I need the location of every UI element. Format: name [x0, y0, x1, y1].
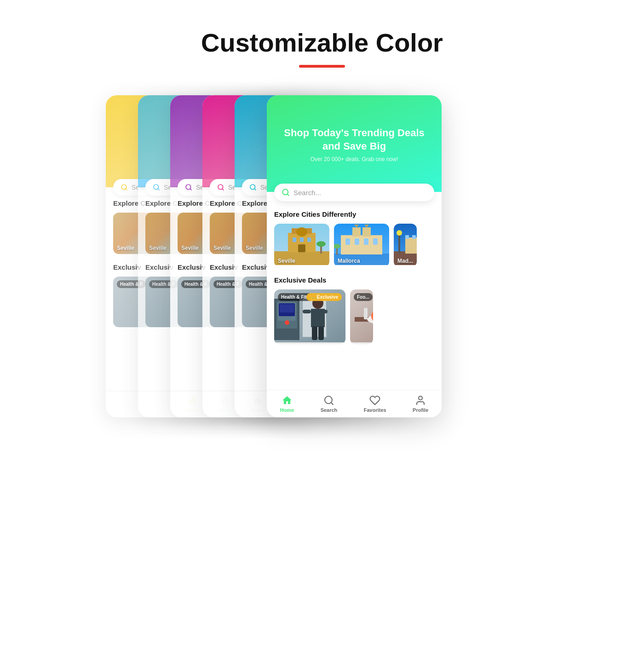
- main-card-header-title: Shop Today's Trending Deals and Save Big: [276, 127, 432, 153]
- page-title: Customizable Color: [201, 28, 443, 58]
- svg-rect-18: [293, 237, 296, 242]
- main-card-header-sub: Over 20 000+ deals. Grab one now!: [310, 156, 398, 162]
- search-icon-blue: [153, 184, 160, 191]
- svg-rect-32: [355, 238, 359, 245]
- nav-home-main[interactable]: Home: [280, 395, 294, 413]
- exclusive-label: Exclusive: [317, 295, 338, 300]
- main-card-body: Explore Cities Differently: [267, 210, 442, 344]
- main-deals-row: Health & Fitness 👑 Exclusive: [274, 289, 434, 344]
- svg-point-61: [285, 320, 289, 325]
- svg-line-5: [190, 189, 191, 190]
- svg-rect-44: [412, 235, 416, 239]
- svg-rect-34: [373, 238, 378, 245]
- svg-rect-33: [364, 238, 368, 245]
- person-icon: [415, 395, 426, 406]
- search-icon-cyan: [249, 184, 257, 191]
- svg-rect-31: [345, 238, 350, 245]
- city-label-seville-purple: Seville: [181, 245, 199, 251]
- svg-rect-60: [280, 304, 294, 312]
- deal-tag-food: Foo...: [354, 293, 373, 301]
- svg-rect-28: [362, 227, 371, 237]
- nav-profile-main[interactable]: Profile: [413, 395, 428, 413]
- city-item-madrid[interactable]: Mad...: [394, 224, 417, 267]
- heart-icon: [369, 395, 380, 406]
- card-green-main: Shop Today's Trending Deals and Save Big…: [267, 95, 442, 417]
- svg-line-69: [331, 403, 333, 405]
- svg-point-17: [296, 227, 307, 237]
- svg-rect-39: [398, 233, 400, 254]
- svg-rect-55: [318, 326, 324, 340]
- svg-line-9: [254, 189, 256, 190]
- svg-rect-19: [300, 237, 304, 242]
- exclusive-badge: 👑 Exclusive: [306, 293, 342, 301]
- svg-rect-53: [319, 310, 328, 313]
- search-icon-main: [282, 188, 290, 197]
- svg-rect-21: [298, 244, 305, 252]
- svg-rect-54: [312, 326, 317, 340]
- deal-item-fitness[interactable]: Health & Fitness 👑 Exclusive: [274, 289, 345, 344]
- city-item-mallorca[interactable]: Mallorca: [334, 224, 389, 267]
- search-icon-pink: [217, 184, 224, 191]
- nav-favorites-label-main: Favorites: [364, 407, 386, 413]
- main-cities-row: Seville: [274, 224, 434, 267]
- search-icon-yellow: [121, 184, 128, 191]
- svg-line-7: [222, 189, 224, 190]
- deals-section-title: Exclusive Deals: [274, 276, 434, 284]
- svg-line-3: [158, 189, 159, 190]
- svg-rect-20: [307, 237, 311, 242]
- main-search-bar[interactable]: Search...: [274, 184, 434, 201]
- search-nav-icon: [323, 395, 334, 406]
- showcase-wrapper: ShD Sear Explore C Seville Exclusiv Heal…: [97, 95, 547, 445]
- svg-point-70: [419, 396, 422, 400]
- svg-rect-67: [364, 308, 368, 319]
- svg-line-1: [126, 189, 127, 190]
- city-item-seville[interactable]: Seville: [274, 224, 329, 267]
- svg-point-40: [397, 230, 402, 236]
- nav-search-label-main: Search: [321, 407, 338, 413]
- svg-rect-41: [405, 237, 417, 254]
- nav-search-main[interactable]: Search: [321, 395, 338, 413]
- nav-home-label-main: Home: [280, 407, 294, 413]
- main-bottom-nav: Home Search Favorites: [267, 390, 442, 417]
- svg-point-23: [316, 241, 326, 247]
- city-label-mallorca: Mallorca: [338, 258, 360, 264]
- nav-favorites-main[interactable]: Favorites: [364, 395, 386, 413]
- deal-item-food[interactable]: Foo...: [350, 289, 373, 344]
- home-icon: [282, 395, 293, 406]
- svg-rect-43: [405, 235, 409, 239]
- nav-profile-label-main: Profile: [413, 407, 428, 413]
- search-placeholder-main: Search...: [293, 189, 321, 197]
- svg-rect-52: [303, 310, 311, 313]
- city-label-seville: Seville: [278, 258, 295, 264]
- cities-section-title: Explore Cities Differently: [274, 210, 434, 218]
- city-label-seville-blue: Seville: [149, 245, 167, 251]
- crown-icon: 👑: [310, 295, 316, 300]
- title-underline: [299, 65, 345, 68]
- svg-rect-27: [352, 227, 361, 237]
- city-label-seville-pink: Seville: [213, 245, 231, 251]
- search-icon-purple: [185, 184, 192, 191]
- svg-line-11: [287, 194, 288, 195]
- city-label-seville-cyan: Seville: [246, 245, 263, 251]
- city-label-seville-yellow: Seville: [117, 245, 134, 251]
- city-label-madrid: Mad...: [397, 258, 413, 264]
